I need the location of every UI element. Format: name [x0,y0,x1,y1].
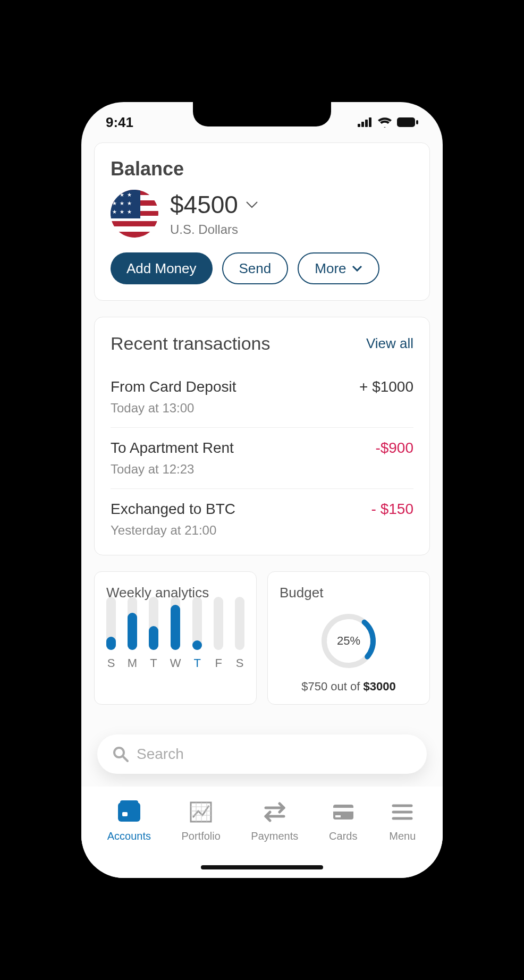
transaction-title: Exchanged to BTC [111,501,235,518]
transaction-title: From Card Deposit [111,378,236,395]
balance-title: Balance [111,158,413,180]
nav-cards[interactable]: Cards [329,799,358,878]
nav-accounts[interactable]: Accounts [107,799,151,878]
transaction-title: To Apartment Rent [111,440,234,457]
balance-amount: $4500 [170,190,238,219]
battery-icon [397,117,418,127]
transactions-card: Recent transactions View all From Card D… [94,317,430,555]
budget-outof: out of [331,680,360,693]
add-money-button[interactable]: Add Money [111,252,213,284]
more-label: More [315,260,346,277]
nav-label: Accounts [107,830,151,842]
transaction-row[interactable]: To Apartment RentToday at 12:23-$900 [111,427,413,488]
bottom-nav: AccountsPortfolioPaymentsCardsMenu [81,787,443,878]
transaction-row[interactable]: Exchanged to BTCYesterday at 21:00- $150 [111,488,413,550]
svg-rect-11 [122,812,128,816]
budget-summary: $750 out of $3000 [301,680,395,694]
wifi-icon [378,117,392,128]
bar-fill [171,605,180,650]
more-button[interactable]: More [298,252,379,284]
bar-day-label: T [150,656,157,670]
svg-rect-23 [333,808,353,812]
svg-rect-2 [365,120,368,127]
bar-track [128,597,137,650]
nav-label: Cards [329,830,357,842]
chevron-down-icon [352,265,362,272]
analytics-bar: F [214,597,223,670]
bar-track [106,597,116,650]
svg-rect-13 [191,802,211,822]
nav-menu[interactable]: Menu [388,799,417,878]
accounts-icon [115,799,143,825]
search-icon [112,746,129,763]
transaction-time: Today at 13:00 [111,401,236,416]
cellular-icon [358,117,373,127]
svg-rect-12 [120,800,138,805]
nav-label: Portfolio [181,830,220,842]
bar-track [149,597,158,650]
transaction-amount: -$900 [375,440,413,477]
search-bar[interactable] [97,734,427,774]
transaction-time: Yesterday at 21:00 [111,523,235,538]
budget-spent: $750 [301,680,327,693]
bar-day-label: S [236,656,244,670]
analytics-bar: S [106,597,116,670]
svg-rect-4 [397,117,415,127]
balance-card: Balance $4500 U.S. Dollars Add Money Sen… [94,142,430,301]
phone-frame: 9:41 Balance $4500 U.S. Dollars A [81,102,443,878]
portfolio-icon [187,799,215,825]
bar-fill [149,626,158,650]
transaction-time: Today at 12:23 [111,462,234,477]
bar-fill [106,637,116,650]
bar-track [192,597,202,650]
status-time: 9:41 [106,114,133,131]
budget-total: $3000 [364,680,396,693]
view-all-link[interactable]: View all [366,335,413,352]
notch [193,102,331,126]
transaction-amount: + $1000 [359,378,413,416]
search-input[interactable] [137,746,412,763]
svg-rect-1 [361,122,364,127]
payments-icon [260,799,289,825]
analytics-bar: W [170,597,181,670]
send-label: Send [239,260,272,277]
bar-day-label: S [107,656,115,670]
analytics-bar: T [149,597,158,670]
analytics-bar: T [192,597,202,670]
cards-icon [329,799,358,825]
bar-track [214,597,223,650]
bar-day-label: T [194,656,201,670]
balance-amount-row[interactable]: $4500 [170,190,258,219]
transaction-row[interactable]: From Card DepositToday at 13:00+ $1000 [111,367,413,427]
analytics-card[interactable]: Weekly analytics SMTWTFS [94,571,257,705]
bar-track [171,597,180,650]
budget-donut-chart: 25% [319,612,378,670]
send-button[interactable]: Send [222,252,289,284]
bar-day-label: W [170,656,181,670]
analytics-bar: S [235,597,244,670]
bar-day-label: F [215,656,222,670]
budget-card[interactable]: Budget 25% $750 out of $3000 [267,571,430,705]
balance-currency-label: U.S. Dollars [170,222,258,237]
bar-track [235,597,244,650]
menu-icon [388,799,417,825]
nav-label: Menu [389,830,416,842]
svg-rect-0 [358,124,360,127]
budget-percent-label: 25% [319,612,378,670]
svg-rect-5 [416,120,418,124]
svg-line-9 [123,756,128,761]
currency-flag-icon[interactable] [111,190,158,238]
svg-rect-10 [118,802,140,822]
bar-fill [128,613,137,650]
add-money-label: Add Money [126,260,197,277]
transactions-title: Recent transactions [111,333,271,354]
analytics-bar: M [128,597,137,670]
transaction-amount: - $150 [371,501,413,538]
bar-fill [192,640,202,650]
home-indicator[interactable] [201,865,323,869]
budget-title: Budget [280,585,418,601]
svg-rect-3 [369,117,371,127]
svg-rect-24 [335,815,341,817]
nav-label: Payments [251,830,298,842]
status-icons [358,117,418,128]
